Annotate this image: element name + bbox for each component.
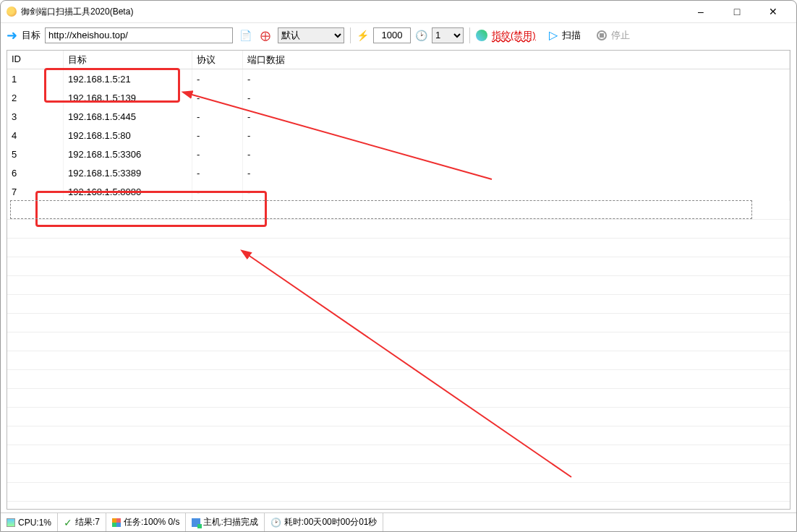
fingerprint-link[interactable]: 指纹(禁用) (492, 29, 536, 42)
cell-data: - (243, 163, 790, 182)
statusbar: CPU:1% ✓结果:7 任务:100% 0/s 主机:扫描完成 🕑耗时:00天… (1, 512, 796, 531)
cell-proto: - (192, 69, 243, 88)
cell-target: 192.168.1.5:3389 (64, 163, 192, 182)
cell-id: 7 (7, 182, 64, 201)
cell-target: 192.168.1.5:139 (64, 88, 192, 107)
window-title: 御剑端口扫描工具2020(Beta) (21, 6, 688, 18)
grid-header: ID 目标 协议 端口数据 (7, 51, 790, 69)
copy-icon[interactable]: 📄 (237, 27, 253, 43)
cell-target: 192.168.1.5:3306 (64, 145, 192, 163)
mode-select[interactable]: 默认 (278, 27, 344, 43)
separator (350, 27, 351, 43)
cell-id: 4 (7, 126, 64, 145)
check-icon: ✓ (64, 517, 72, 528)
maximize-button[interactable]: □ (724, 3, 750, 20)
cell-id: 1 (7, 69, 64, 88)
window-controls: – □ ✕ (688, 3, 790, 20)
cell-target: 192.168.1.5:8080 (64, 182, 192, 201)
play-icon: ▷ (549, 28, 558, 42)
cell-proto: - (192, 107, 243, 126)
scan-button[interactable]: 扫描 (562, 29, 581, 42)
cell-data: - (243, 88, 790, 107)
cell-data: - (243, 145, 790, 163)
table-row[interactable]: 5192.168.1.5:3306-- (7, 145, 790, 163)
target-input[interactable] (45, 27, 233, 43)
cell-id: 6 (7, 163, 64, 182)
app-window: 御剑端口扫描工具2020(Beta) – □ ✕ ➜ 目标 📄 ⨁ 默认 ⚡ 🕑… (0, 0, 797, 532)
threads-input[interactable] (373, 27, 411, 43)
table-row[interactable]: 6192.168.1.5:3389-- (7, 163, 790, 182)
cell-id: 2 (7, 88, 64, 107)
go-arrow-icon[interactable]: ➜ (7, 27, 17, 43)
cell-id: 3 (7, 107, 64, 126)
fingerprint-icon (476, 30, 487, 41)
stop-icon (597, 30, 607, 40)
cell-proto: - (192, 145, 243, 163)
target-label: 目标 (22, 29, 41, 42)
status-host: 主机:扫描完成 (186, 513, 264, 531)
cell-id: 5 (7, 145, 64, 163)
status-cpu: CPU:1% (1, 513, 58, 531)
grid-lines (7, 201, 790, 509)
table-row[interactable]: 3192.168.1.5:445-- (7, 107, 790, 126)
cell-proto: - (192, 182, 243, 201)
app-icon (7, 7, 17, 17)
cell-target: 192.168.1.5:80 (64, 126, 192, 145)
separator (469, 27, 470, 43)
crosshair-icon[interactable]: ⨁ (257, 27, 273, 43)
col-target[interactable]: 目标 (64, 51, 192, 69)
toolbar: ➜ 目标 📄 ⨁ 默认 ⚡ 🕑 1 指纹(禁用) ▷ 扫描 停止 (1, 22, 796, 47)
clock-icon: 🕑 (415, 30, 427, 41)
elapsed-clock-icon: 🕑 (270, 518, 281, 528)
bolt-icon: ⚡ (357, 30, 369, 41)
cell-data: - (243, 126, 790, 145)
cell-data: - (243, 182, 790, 201)
minimize-button[interactable]: – (688, 3, 714, 20)
grid-body: 1192.168.1.5:21--2192.168.1.5:139--3192.… (7, 69, 790, 201)
cpu-icon (7, 518, 15, 527)
host-icon (192, 518, 200, 527)
cell-target: 192.168.1.5:21 (64, 69, 192, 88)
status-elapsed: 🕑耗时:00天00时00分01秒 (265, 513, 384, 531)
table-row[interactable]: 2192.168.1.5:139-- (7, 88, 790, 107)
cell-data: - (243, 69, 790, 88)
titlebar: 御剑端口扫描工具2020(Beta) – □ ✕ (1, 1, 796, 22)
col-proto[interactable]: 协议 (192, 51, 243, 69)
status-results: ✓结果:7 (58, 513, 106, 531)
table-row[interactable]: 7192.168.1.5:8080-- (7, 182, 790, 201)
cell-proto: - (192, 88, 243, 107)
col-data[interactable]: 端口数据 (243, 51, 790, 69)
parallel-select[interactable]: 1 (432, 27, 464, 43)
cell-target: 192.168.1.5:445 (64, 107, 192, 126)
cell-proto: - (192, 163, 243, 182)
results-grid: ID 目标 协议 端口数据 1192.168.1.5:21--2192.168.… (7, 50, 790, 510)
table-row[interactable]: 1192.168.1.5:21-- (7, 69, 790, 88)
cell-proto: - (192, 126, 243, 145)
close-button[interactable]: ✕ (760, 3, 786, 20)
col-id[interactable]: ID (7, 51, 64, 69)
status-tasks: 任务:100% 0/s (106, 513, 186, 531)
cell-data: - (243, 107, 790, 126)
table-row[interactable]: 4192.168.1.5:80-- (7, 126, 790, 145)
tasks-icon (112, 518, 121, 527)
content-area: ID 目标 协议 端口数据 1192.168.1.5:21--2192.168.… (1, 47, 796, 512)
stop-button[interactable]: 停止 (611, 29, 630, 42)
